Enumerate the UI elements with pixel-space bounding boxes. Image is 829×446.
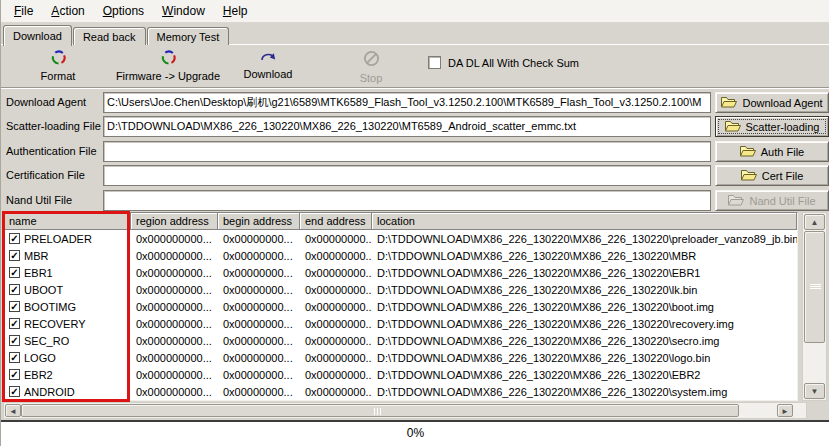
- cell-end-address: 0x00000000...: [300, 284, 372, 296]
- column-header-region-address[interactable]: region address: [131, 213, 218, 230]
- cell-region-address: 0x000000000...: [131, 284, 218, 296]
- scroll-down-icon[interactable]: ▼: [804, 383, 825, 399]
- row-checkbox[interactable]: ✓: [9, 352, 20, 363]
- table-row-preloader[interactable]: ✓PRELOADER0x000000000...0x00000000...0x0…: [4, 230, 797, 247]
- cell-name: ✓PRELOADER: [4, 233, 131, 245]
- cell-region-address: 0x000000000...: [131, 352, 218, 364]
- row-checkbox[interactable]: ✓: [9, 335, 20, 346]
- download-button[interactable]: Download: [233, 50, 303, 80]
- cell-name: ✓MBR: [4, 250, 131, 262]
- horizontal-scrollbar[interactable]: ◄ ►: [3, 402, 807, 419]
- browse-button-scatter-loading[interactable]: Scatter-loading: [715, 116, 829, 137]
- row-checkbox[interactable]: ✓: [9, 369, 20, 380]
- table-row-sec-ro[interactable]: ✓SEC_RO0x000000000...0x00000000...0x0000…: [4, 332, 797, 349]
- tab-memory-test[interactable]: Memory Test: [147, 27, 230, 45]
- format-icon: [51, 50, 66, 67]
- cell-location: D:\TDDOWNLOAD\MX86_226_130220\MX86_226_1…: [372, 352, 797, 364]
- stop-button: Stop: [346, 50, 396, 84]
- cell-name: ✓SEC_RO: [4, 335, 131, 347]
- cell-end-address: 0x00000000...: [300, 233, 372, 245]
- menu-item-file[interactable]: File: [5, 1, 42, 21]
- browse-button-auth-file[interactable]: Auth File: [715, 141, 829, 162]
- browse-button-cert-file[interactable]: Cert File: [715, 165, 829, 186]
- row-checkbox[interactable]: ✓: [9, 250, 20, 261]
- progress-bar: 0%: [1, 422, 829, 446]
- toolbar-separator: [1, 87, 829, 89]
- cell-end-address: 0x00000000...: [300, 386, 372, 398]
- cell-location: D:\TDDOWNLOAD\MX86_226_130220\MX86_226_1…: [372, 267, 797, 279]
- menu-bar: FileActionOptionsWindowHelp: [1, 0, 829, 23]
- firmware-upgrade-label: Firmware -> Upgrade: [116, 70, 220, 82]
- cell-location: D:\TDDOWNLOAD\MX86_226_130220\MX86_226_1…: [372, 386, 797, 398]
- cell-region-address: 0x000000000...: [131, 335, 218, 347]
- cell-region-address: 0x000000000...: [131, 369, 218, 381]
- format-button[interactable]: Format: [25, 50, 91, 82]
- row-checkbox[interactable]: ✓: [9, 267, 20, 278]
- cell-end-address: 0x00000000...: [300, 267, 372, 279]
- format-label: Format: [41, 70, 76, 82]
- field-input-scatter-loading-file[interactable]: D:\TDDOWNLOAD\MX86_226_130220\MX86_226_1…: [103, 116, 711, 137]
- cell-location: D:\TDDOWNLOAD\MX86_226_130220\MX86_226_1…: [372, 301, 797, 313]
- vertical-scroll-thumb[interactable]: [804, 231, 825, 343]
- tab-strip: DownloadRead backMemory Test: [1, 23, 829, 45]
- menu-item-window[interactable]: Window: [153, 1, 214, 21]
- scroll-right-icon[interactable]: ►: [777, 404, 793, 417]
- table-row-uboot[interactable]: ✓UBOOT0x000000000...0x00000000...0x00000…: [4, 281, 797, 298]
- cell-location: D:\TDDOWNLOAD\MX86_226_130220\MX86_226_1…: [372, 250, 797, 262]
- column-header-location[interactable]: location: [372, 213, 797, 230]
- thumb-grip: [810, 284, 821, 290]
- row-checkbox[interactable]: ✓: [9, 233, 20, 244]
- cell-begin-address: 0x00000000...: [218, 386, 300, 398]
- menu-item-help[interactable]: Help: [214, 1, 257, 21]
- row-checkbox[interactable]: ✓: [9, 386, 20, 397]
- cell-end-address: 0x00000000...: [300, 318, 372, 330]
- table-row-recovery[interactable]: ✓RECOVERY0x000000000...0x00000000...0x00…: [4, 315, 797, 332]
- cell-begin-address: 0x00000000...: [218, 352, 300, 364]
- folder-open-icon: [740, 145, 756, 159]
- cell-end-address: 0x00000000...: [300, 301, 372, 313]
- field-label-certification-file: Certification File: [6, 165, 102, 186]
- field-input-authentication-file[interactable]: [103, 141, 711, 162]
- field-input-certification-file[interactable]: [103, 165, 711, 186]
- tab-read-back[interactable]: Read back: [73, 27, 146, 45]
- cell-name: ✓LOGO: [4, 352, 131, 364]
- field-label-scatter-loading-file: Scatter-loading File: [6, 116, 102, 137]
- scroll-up-icon[interactable]: ▲: [804, 214, 825, 230]
- menu-item-options[interactable]: Options: [94, 1, 153, 21]
- folder-open-icon: [741, 169, 757, 183]
- browse-button-download-agent[interactable]: Download Agent: [715, 92, 829, 113]
- cell-location: D:\TDDOWNLOAD\MX86_226_130220\MX86_226_1…: [372, 335, 797, 347]
- cell-region-address: 0x000000000...: [131, 250, 218, 262]
- horizontal-scroll-thumb[interactable]: [21, 404, 739, 417]
- cell-begin-address: 0x00000000...: [218, 318, 300, 330]
- menu-item-action[interactable]: Action: [42, 1, 93, 21]
- column-header-name[interactable]: name: [4, 213, 131, 230]
- stop-icon: [363, 50, 380, 69]
- cell-end-address: 0x00000000...: [300, 352, 372, 364]
- column-header-begin-address[interactable]: begin address: [218, 213, 300, 230]
- row-checkbox[interactable]: ✓: [9, 301, 20, 312]
- field-input-nand-util-file[interactable]: [103, 190, 711, 211]
- column-header-end-address[interactable]: end address: [300, 213, 372, 230]
- tab-download[interactable]: Download: [3, 25, 72, 46]
- cell-begin-address: 0x00000000...: [218, 301, 300, 313]
- table-row-logo[interactable]: ✓LOGO0x000000000...0x00000000...0x000000…: [4, 349, 797, 366]
- table-header: nameregion addressbegin addressend addre…: [4, 213, 797, 230]
- table-row-mbr[interactable]: ✓MBR0x000000000...0x00000000...0x0000000…: [4, 247, 797, 264]
- cell-location: D:\TDDOWNLOAD\MX86_226_130220\MX86_226_1…: [372, 369, 797, 381]
- vertical-scrollbar[interactable]: ▲ ▼: [802, 212, 827, 401]
- scroll-left-icon[interactable]: ◄: [5, 404, 21, 417]
- table-row-android[interactable]: ✓ANDROID0x000000000...0x00000000...0x000…: [4, 383, 797, 400]
- row-checkbox[interactable]: ✓: [9, 318, 20, 329]
- field-input-download-agent[interactable]: C:\Users\Joe.Chen\Desktop\刷机\g21\6589\MT…: [103, 92, 711, 113]
- firmware-upgrade-button[interactable]: Firmware -> Upgrade: [93, 50, 243, 82]
- table-row-ebr2[interactable]: ✓EBR20x000000000...0x00000000...0x000000…: [4, 366, 797, 383]
- da-dl-checksum-checkbox[interactable]: [428, 56, 441, 69]
- stop-label: Stop: [360, 72, 383, 84]
- download-label: Download: [244, 68, 293, 80]
- cell-name: ✓BOOTIMG: [4, 301, 131, 313]
- cell-begin-address: 0x00000000...: [218, 335, 300, 347]
- row-checkbox[interactable]: ✓: [9, 284, 20, 295]
- table-row-bootimg[interactable]: ✓BOOTIMG0x000000000...0x00000000...0x000…: [4, 298, 797, 315]
- table-row-ebr1[interactable]: ✓EBR10x000000000...0x00000000...0x000000…: [4, 264, 797, 281]
